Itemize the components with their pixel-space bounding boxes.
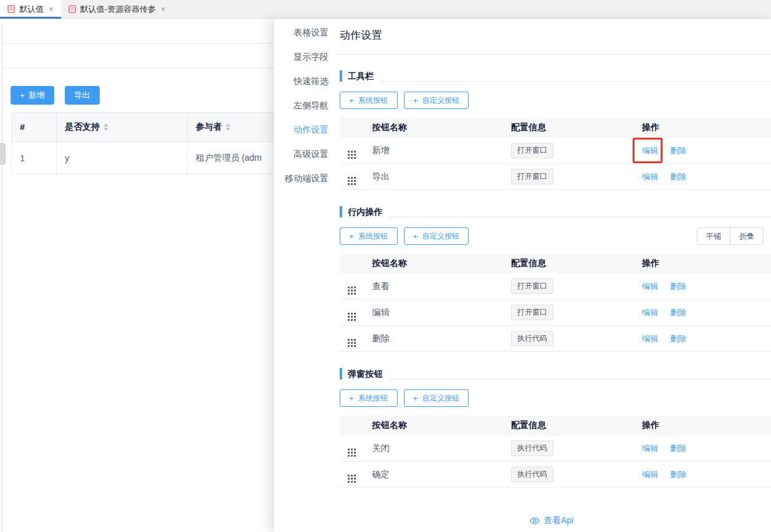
- section-button-row: + 系统按钮 + 自定义按钮 平铺 折叠: [340, 227, 764, 245]
- drawer-nav: 表格设置 显示字段 快速筛选 左侧导航 动作设置 高级设置 移动端设置: [274, 19, 337, 532]
- document-icon: [7, 5, 15, 13]
- page-title: 动作设置: [340, 29, 764, 42]
- section-accent-bar: [340, 368, 342, 379]
- plus-icon: +: [349, 97, 354, 105]
- column-header-config: 配置信息: [509, 122, 639, 133]
- close-icon[interactable]: ×: [49, 5, 54, 13]
- button-name: 删除: [370, 333, 509, 344]
- add-custom-button[interactable]: + 自定义按钮: [404, 92, 469, 109]
- table-row: 确定 执行代码 编辑 删除: [340, 462, 771, 488]
- view-api-label: 查看Api: [544, 515, 573, 526]
- settings-drawer: 表格设置 显示字段 快速筛选 左侧导航 动作设置 高级设置 移动端设置 动作设置…: [274, 19, 771, 532]
- edit-link[interactable]: 编辑: [642, 334, 658, 343]
- document-icon: [69, 5, 76, 13]
- delete-link[interactable]: 删除: [670, 282, 686, 291]
- close-icon[interactable]: ×: [161, 5, 166, 13]
- delete-link[interactable]: 删除: [670, 146, 686, 155]
- edit-link[interactable]: 编辑: [642, 470, 658, 479]
- tile-toggle-button[interactable]: 平铺: [697, 228, 730, 244]
- add-custom-button[interactable]: + 自定义按钮: [404, 227, 469, 245]
- sort-icon[interactable]: [226, 123, 231, 131]
- section-button-row: + 系统按钮 + 自定义按钮: [340, 92, 764, 109]
- edit-link[interactable]: 编辑: [642, 444, 658, 453]
- config-tag: 打开窗口: [511, 278, 553, 293]
- add-system-button[interactable]: + 系统按钮: [340, 92, 398, 109]
- edit-link[interactable]: 编辑: [642, 282, 658, 291]
- nav-item-display-fields[interactable]: 显示字段: [274, 45, 337, 69]
- delete-link[interactable]: 删除: [670, 470, 686, 479]
- config-tag: 执行代码: [511, 331, 553, 346]
- divider: [337, 54, 771, 55]
- column-header-actions: 操作: [639, 122, 771, 133]
- cell-index: 1: [12, 142, 57, 174]
- export-button[interactable]: 导出: [65, 86, 100, 105]
- plus-icon: +: [413, 394, 418, 402]
- export-button-label: 导出: [74, 90, 90, 101]
- edit-link[interactable]: 编辑: [642, 172, 658, 181]
- column-header-actions: 操作: [639, 420, 771, 431]
- delete-link[interactable]: 删除: [670, 444, 686, 453]
- section-header-toolbar: 工具栏: [340, 70, 764, 82]
- tab-label: 默认值-资源容器传参: [80, 4, 156, 15]
- add-button[interactable]: + 新增: [11, 86, 54, 105]
- plus-icon: +: [413, 232, 418, 240]
- section-accent-bar: [340, 70, 342, 82]
- add-system-button[interactable]: + 系统按钮: [340, 389, 398, 407]
- table-row: 关闭 执行代码 编辑 删除: [340, 435, 771, 462]
- config-tag: 打开窗口: [511, 143, 553, 158]
- nav-item-action-settings[interactable]: 动作设置: [274, 118, 337, 142]
- column-header-support[interactable]: 是否支持: [57, 113, 188, 142]
- delete-link[interactable]: 删除: [670, 172, 686, 181]
- section-rule: [380, 81, 771, 82]
- nav-item-mobile-settings[interactable]: 移动端设置: [274, 166, 337, 191]
- view-api-link[interactable]: 查看Api: [340, 515, 764, 526]
- section-header-dialog-buttons: 弹窗按钮: [340, 368, 764, 380]
- cell-support: y: [57, 142, 188, 174]
- sort-icon[interactable]: [103, 123, 108, 131]
- column-header-name: 按钮名称: [370, 122, 509, 133]
- button-name: 编辑: [370, 307, 509, 318]
- nav-item-advanced-settings[interactable]: 高级设置: [274, 142, 337, 166]
- section-header-inline-actions: 行内操作: [340, 206, 764, 218]
- column-header-config: 配置信息: [509, 420, 639, 431]
- add-custom-button[interactable]: + 自定义按钮: [404, 389, 469, 407]
- nav-item-quick-filter[interactable]: 快速筛选: [274, 69, 337, 93]
- add-button-label: 新增: [29, 90, 45, 101]
- tab-default-value[interactable]: 默认值 ×: [0, 0, 61, 18]
- panel-left-border: [2, 24, 2, 532]
- nav-item-left-nav[interactable]: 左侧导航: [274, 93, 337, 118]
- config-tag: 打开窗口: [511, 169, 553, 184]
- button-name: 新增: [370, 145, 509, 156]
- column-header-name: 按钮名称: [370, 258, 509, 269]
- config-tag: 打开窗口: [511, 305, 553, 320]
- button-name: 关闭: [370, 443, 509, 454]
- section-button-row: + 系统按钮 + 自定义按钮: [340, 389, 764, 407]
- add-system-button[interactable]: + 系统按钮: [340, 227, 398, 245]
- collapse-handle[interactable]: [0, 143, 6, 164]
- table-row: 编辑 打开窗口 编辑 删除: [340, 300, 771, 326]
- tab-resource-container-params[interactable]: 默认值-资源容器传参 ×: [61, 0, 173, 18]
- section-title: 行内操作: [348, 206, 383, 218]
- plus-icon: +: [20, 92, 25, 100]
- table-row: 查看 打开窗口 编辑 删除: [340, 273, 771, 300]
- edit-link[interactable]: 编辑: [642, 308, 658, 317]
- buttons-table-inline: 按钮名称 配置信息 操作 查看 打开窗口 编辑 删除 编辑 打开窗口 编辑 删: [340, 254, 771, 352]
- button-name: 确定: [370, 469, 509, 480]
- nav-item-table-settings[interactable]: 表格设置: [274, 21, 337, 45]
- column-header-name: 按钮名称: [370, 420, 509, 431]
- column-header-actions: 操作: [639, 258, 771, 269]
- plus-icon: +: [349, 232, 354, 240]
- table-row: 导出 打开窗口 编辑 删除: [340, 164, 771, 190]
- delete-link[interactable]: 删除: [670, 308, 686, 317]
- edit-link[interactable]: 编辑: [642, 146, 658, 155]
- plus-icon: +: [413, 97, 418, 105]
- button-name: 查看: [370, 281, 509, 292]
- buttons-table-dialog: 按钮名称 配置信息 操作 关闭 执行代码 编辑 删除 确定 执行代码 编辑 删: [340, 416, 771, 488]
- table-row: 新增 打开窗口 编辑 删除: [340, 138, 771, 164]
- delete-link[interactable]: 删除: [670, 334, 686, 343]
- list-toolbar: + 新增 导出: [11, 86, 100, 105]
- column-header-index: #: [12, 113, 57, 142]
- drawer-content: 动作设置 工具栏 + 系统按钮 + 自定义按钮 按钮名称 配置信息 操作: [337, 19, 771, 532]
- tab-label: 默认值: [19, 4, 44, 15]
- collapse-toggle-button[interactable]: 折叠: [730, 228, 763, 244]
